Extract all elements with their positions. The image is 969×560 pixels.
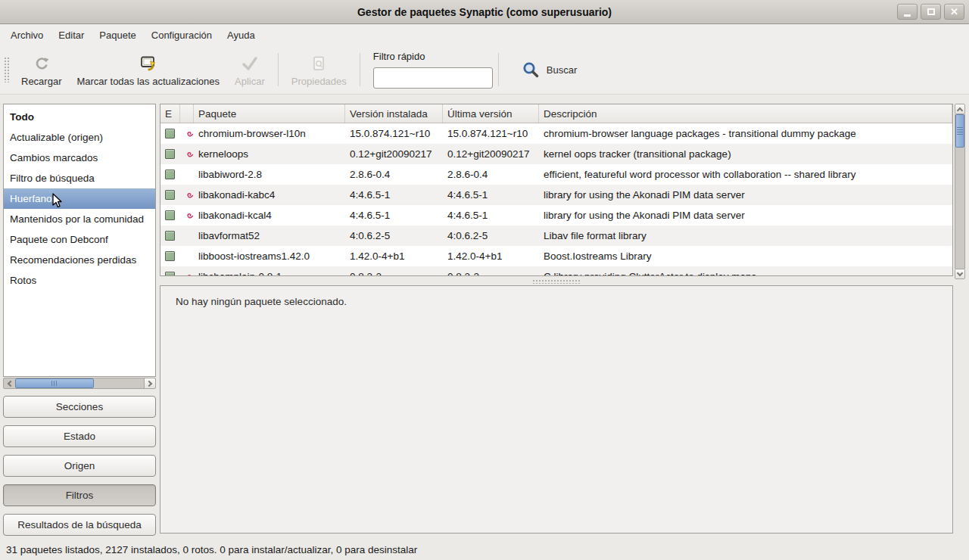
table-row[interactable]: libakonadi-kcal4 4:4.6.5-1 4:4.6.5-1 lib… bbox=[160, 205, 952, 226]
table-row[interactable]: chromium-browser-l10n 15.0.874.121~r10 1… bbox=[160, 123, 952, 144]
menu-item[interactable]: Ayuda bbox=[220, 26, 263, 44]
installed-checkbox[interactable] bbox=[165, 149, 175, 159]
column-header[interactable]: E bbox=[160, 104, 180, 123]
menu-item[interactable]: Paquete bbox=[92, 26, 143, 44]
filter-list: TodoActualizable (origen)Cambios marcado… bbox=[3, 104, 156, 377]
table-row[interactable]: libavformat52 4:0.6.2-5 4:0.6.2-5 Libav … bbox=[160, 226, 952, 246]
view-button[interactable]: Filtros bbox=[3, 484, 156, 506]
properties-label: Propiedades bbox=[291, 76, 347, 87]
toolbar-drag-handle[interactable] bbox=[4, 57, 10, 82]
toolbar-separator bbox=[498, 53, 499, 86]
package-description: C library providing ClutterActor to disp… bbox=[539, 271, 952, 276]
table-vertical-scrollbar[interactable] bbox=[955, 104, 965, 279]
reload-button[interactable]: Recargar bbox=[14, 48, 69, 91]
debian-swirl-icon bbox=[185, 210, 194, 220]
scroll-left-button[interactable] bbox=[4, 378, 15, 388]
toolbar-separator bbox=[360, 53, 360, 86]
apply-button[interactable]: Aplicar bbox=[227, 48, 273, 91]
status-cell bbox=[160, 170, 180, 179]
view-button[interactable]: Secciones bbox=[3, 396, 156, 418]
scrollbar-track[interactable] bbox=[955, 114, 965, 269]
table-row[interactable]: libakonadi-kabc4 4:4.6.5-1 4:4.6.5-1 lib… bbox=[160, 185, 952, 205]
reload-label: Recargar bbox=[21, 76, 61, 87]
filter-list-item[interactable]: Actualizable (origen) bbox=[4, 127, 155, 148]
installed-checkbox[interactable] bbox=[165, 272, 175, 276]
maximize-button[interactable] bbox=[921, 4, 941, 20]
sidebar-horizontal-scrollbar[interactable] bbox=[3, 378, 156, 389]
origin-cell bbox=[180, 129, 194, 138]
origin-cell bbox=[180, 149, 194, 159]
scroll-down-button[interactable] bbox=[955, 269, 965, 279]
filter-list-item[interactable]: Mantenidos por la comunidad bbox=[4, 209, 155, 229]
installed-checkbox[interactable] bbox=[165, 251, 175, 261]
package-description: efficient, featureful word processor wit… bbox=[539, 169, 952, 180]
menu-item[interactable]: Archivo bbox=[3, 26, 51, 44]
column-header[interactable]: Paquete bbox=[194, 104, 345, 123]
installed-checkbox[interactable] bbox=[165, 170, 175, 179]
mark-all-upgrades-label: Marcar todas las actualizaciones bbox=[76, 76, 220, 87]
table-row[interactable]: libabiword-2.8 2.8.6-0.4 2.8.6-0.4 effic… bbox=[160, 164, 952, 185]
package-description: library for using the Akonadi PIM data s… bbox=[539, 189, 952, 201]
menubar: ArchivoEditarPaqueteConfiguraciónAyuda bbox=[0, 24, 969, 45]
quick-filter-label: Filtro rápido bbox=[373, 51, 425, 62]
debian-swirl-icon bbox=[185, 149, 194, 159]
view-buttons: SeccionesEstadoOrigenFiltrosResultados d… bbox=[3, 396, 156, 543]
filter-list-item[interactable]: Cambios marcados bbox=[4, 148, 155, 168]
filter-list-item[interactable]: Rotos bbox=[4, 270, 155, 291]
latest-version: 4:4.6.5-1 bbox=[443, 210, 539, 221]
pane-splitter[interactable] bbox=[160, 278, 953, 285]
view-button[interactable]: Estado bbox=[3, 425, 156, 447]
installed-checkbox[interactable] bbox=[165, 231, 175, 241]
installed-checkbox[interactable] bbox=[165, 129, 175, 138]
search-button[interactable]: Buscar bbox=[515, 57, 584, 83]
installed-version: 0.8.3-2 bbox=[345, 271, 443, 276]
quick-filter-group: Filtro rápido bbox=[373, 51, 493, 89]
splitter-grip-icon bbox=[532, 279, 581, 284]
column-header[interactable]: Última versión bbox=[443, 104, 539, 123]
chevron-right-icon bbox=[145, 380, 151, 386]
search-icon bbox=[522, 61, 540, 79]
table-row[interactable]: libboost-iostreams1.42.0 1.42.0-4+b1 1.4… bbox=[160, 246, 952, 266]
installed-checkbox[interactable] bbox=[165, 190, 175, 200]
scroll-up-button[interactable] bbox=[955, 104, 965, 114]
menu-item[interactable]: Editar bbox=[51, 26, 92, 44]
origin-cell bbox=[180, 190, 194, 200]
package-name: libchamplain-0.8-1 bbox=[194, 271, 345, 276]
properties-button[interactable]: Propiedades bbox=[284, 48, 354, 91]
table-row[interactable]: kerneloops 0.12+git20090217 0.12+git2009… bbox=[160, 144, 952, 164]
origin-cell bbox=[180, 170, 194, 179]
minimize-button[interactable] bbox=[897, 4, 918, 20]
horizontal-scrollbar-thumb[interactable] bbox=[15, 378, 94, 388]
filter-list-item[interactable]: Recomendaciones perdidas bbox=[4, 250, 155, 270]
filter-list-item[interactable]: Todo bbox=[4, 107, 155, 127]
apply-icon bbox=[241, 55, 259, 72]
package-name: libboost-iostreams1.42.0 bbox=[194, 250, 345, 262]
mark-all-upgrades-button[interactable]: Marcar todas las actualizaciones bbox=[69, 48, 227, 91]
view-button[interactable]: Resultados de la búsqueda bbox=[3, 514, 156, 536]
vertical-scrollbar-thumb[interactable] bbox=[955, 114, 964, 148]
package-name: chromium-browser-l10n bbox=[194, 128, 345, 139]
scrollbar-track[interactable] bbox=[94, 378, 144, 388]
filter-list-item[interactable]: Paquete con Debconf bbox=[4, 229, 155, 250]
installed-version: 0.12+git20090217 bbox=[345, 148, 443, 160]
view-button[interactable]: Origen bbox=[3, 455, 156, 477]
filter-list-item[interactable]: Filtro de búsqueda bbox=[4, 168, 155, 188]
mouse-cursor bbox=[52, 193, 63, 209]
latest-version: 1.42.0-4+b1 bbox=[443, 250, 539, 262]
properties-icon bbox=[310, 55, 327, 72]
reload-icon bbox=[33, 55, 50, 72]
close-button[interactable]: ✕ bbox=[944, 4, 964, 20]
origin-cell bbox=[180, 272, 194, 276]
installed-checkbox[interactable] bbox=[165, 210, 175, 220]
menu-item[interactable]: Configuración bbox=[144, 26, 220, 44]
status-cell bbox=[160, 210, 180, 220]
filter-list-item[interactable]: Huerfanos bbox=[4, 188, 155, 209]
quick-filter-input[interactable] bbox=[373, 67, 493, 89]
column-header[interactable]: Versión instalada bbox=[345, 104, 443, 123]
table-row[interactable]: libchamplain-0.8-1 0.8.3-2 0.8.3-2 C lib… bbox=[160, 266, 952, 276]
scroll-right-button[interactable] bbox=[144, 378, 155, 388]
status-cell bbox=[160, 149, 180, 159]
column-header[interactable] bbox=[180, 104, 194, 123]
column-header[interactable]: Descripción bbox=[539, 104, 952, 123]
toolbar-separator bbox=[278, 53, 279, 86]
